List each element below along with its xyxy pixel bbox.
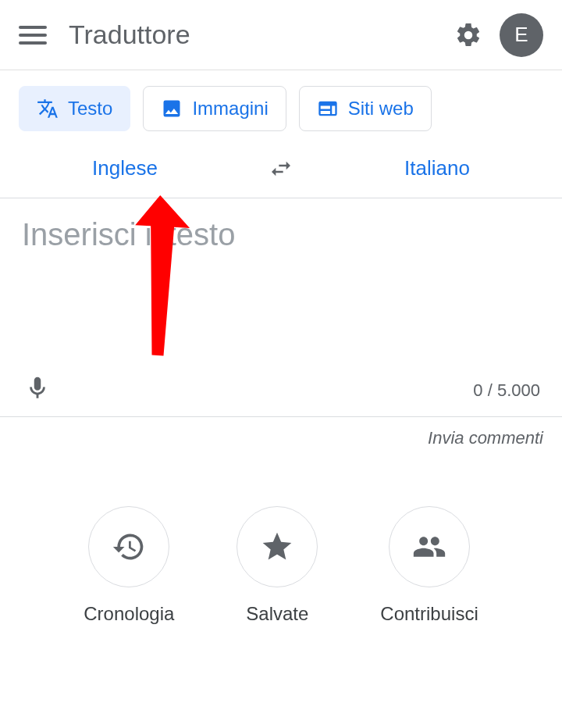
contribute-icon-circle	[389, 506, 470, 587]
tab-websites[interactable]: Siti web	[299, 86, 432, 131]
tab-websites-label: Siti web	[348, 98, 414, 120]
saved-label: Salvate	[246, 603, 308, 625]
contribute-label: Contribuisci	[380, 603, 478, 625]
tab-images[interactable]: Immagini	[143, 86, 286, 131]
microphone-button[interactable]	[22, 373, 53, 404]
history-label: Cronologia	[84, 603, 174, 625]
history-icon	[112, 530, 146, 564]
tab-images-label: Immagini	[192, 98, 268, 120]
tab-text[interactable]: Testo	[19, 86, 130, 131]
history-button[interactable]: Cronologia	[84, 506, 174, 625]
settings-button[interactable]	[453, 20, 484, 51]
translate-icon	[37, 98, 59, 120]
input-area: Inserisci il testo 0 / 5.000	[0, 198, 562, 417]
image-icon	[161, 98, 183, 120]
account-avatar[interactable]: E	[500, 13, 543, 57]
language-bar: Inglese Italiano	[0, 139, 562, 198]
microphone-icon	[24, 375, 51, 401]
source-language-button[interactable]: Inglese	[0, 156, 250, 180]
contribute-button[interactable]: Contribuisci	[380, 506, 478, 625]
send-feedback-link[interactable]: Invia commenti	[0, 417, 562, 459]
saved-button[interactable]: Salvate	[237, 506, 318, 625]
menu-icon[interactable]	[19, 21, 47, 49]
website-icon	[317, 98, 339, 120]
avatar-letter: E	[514, 23, 528, 47]
target-language-button[interactable]: Italiano	[312, 156, 562, 180]
bottom-nav: Cronologia Salvate Contribuisci	[0, 506, 562, 625]
people-icon	[412, 530, 446, 564]
gear-icon	[454, 21, 482, 49]
star-icon	[260, 530, 294, 564]
tab-text-label: Testo	[68, 98, 112, 120]
character-counter: 0 / 5.000	[473, 380, 540, 401]
saved-icon-circle	[237, 506, 318, 587]
swap-languages-button[interactable]	[250, 156, 312, 181]
swap-icon	[269, 156, 293, 181]
app-title: Traduttore	[69, 20, 453, 50]
app-header: Traduttore E	[0, 0, 562, 70]
mode-tabs: Testo Immagini Siti web	[0, 70, 562, 139]
history-icon-circle	[88, 506, 169, 587]
